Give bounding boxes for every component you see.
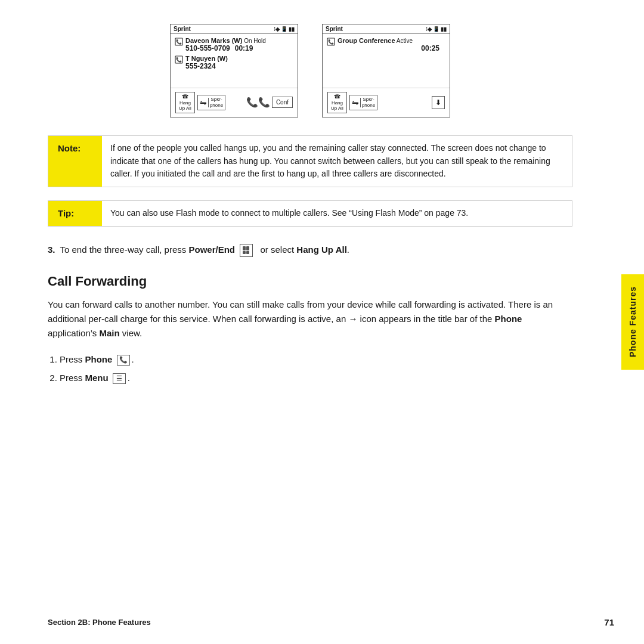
group-conf-name: Group Conference: [338, 37, 395, 44]
tip-label: Tip:: [48, 201, 102, 226]
call-forwarding-section: Call Forwarding You can forward calls to…: [48, 274, 572, 386]
phone-screens-area: Sprint ⁝◆ 📱 ▮▮ 📞 Daveon Marks (W) On Hol…: [48, 18, 572, 117]
phone-body-2: 📞 Group Conference Active 00:25: [323, 34, 450, 88]
note-box: Note: If one of the people you called ha…: [48, 135, 572, 187]
hang-up-all-label: Hang Up All: [296, 244, 346, 255]
footer: Section 2B: Phone Features 71: [48, 617, 614, 627]
call-line-3: 📞 Group Conference Active 00:25: [327, 37, 445, 52]
svg-rect-9: [246, 251, 249, 254]
menu-key-icon: ☰: [113, 373, 126, 384]
download-btn[interactable]: ⬇: [432, 96, 445, 109]
side-tab: Phone Features: [621, 274, 644, 370]
power-end-icon: [240, 244, 253, 257]
tip-text: You can also use Flash mode to connect t…: [102, 201, 476, 226]
cf-step-2: Press Menu ☰.: [60, 370, 572, 386]
hang-up-all-btn-2[interactable]: ☎ Hang Up All: [327, 92, 347, 113]
status-icons-1: ⁝◆ 📱 ▮▮: [274, 26, 295, 32]
call-line-1: 📞 Daveon Marks (W) On Hold 510-555-0709 …: [175, 37, 293, 52]
cf-step1-bold: Phone: [85, 354, 113, 364]
phone-icon-2: 📞: [175, 55, 183, 64]
step3-text: To end the three-way call, press Power/E…: [60, 243, 349, 257]
footer-section: Section 2B: Phone Features: [48, 618, 151, 627]
carrier-1: Sprint: [174, 26, 191, 32]
svg-text:📞: 📞: [328, 39, 334, 45]
download-btn-area: ⬇: [432, 96, 445, 109]
footer-page: 71: [604, 617, 614, 627]
power-end-label: Power/End: [188, 244, 235, 255]
note-text: If one of the people you called hangs up…: [102, 136, 572, 187]
call1-number: 510-555-0709: [185, 44, 230, 52]
phone-body-1: 📞 Daveon Marks (W) On Hold 510-555-0709 …: [171, 34, 298, 88]
hang-up-all-btn-1[interactable]: ☎ Hang Up All: [175, 92, 195, 113]
svg-text:📞: 📞: [176, 39, 182, 45]
call1-time: 00:19: [235, 44, 253, 52]
step-3: 3. To end the three-way call, press Powe…: [48, 243, 572, 257]
svg-rect-7: [246, 246, 249, 250]
note-label: Note:: [48, 136, 102, 187]
spkr-phone-btn-1[interactable]: ⇋ Spkr- phone: [197, 95, 225, 110]
call-forwarding-title: Call Forwarding: [48, 274, 572, 289]
phone-buttons-2: ☎ Hang Up All ⇋ Spkr- phone ⬇: [323, 88, 450, 117]
carrier-2: Sprint: [326, 26, 343, 32]
phone-icon-1: 📞: [175, 38, 183, 46]
cf-step2-bold: Menu: [85, 373, 109, 383]
phone-screen-2: Sprint ⁝◆ 📱 ▮▮ 📞 Group Conference Active: [322, 24, 450, 117]
svg-rect-8: [243, 251, 246, 254]
svg-rect-6: [243, 246, 246, 250]
call-line-2: 📞 T Nguyen (W) 555-2324: [175, 55, 293, 70]
svg-text:📞: 📞: [176, 57, 182, 63]
tip-box: Tip: You can also use Flash mode to conn…: [48, 200, 572, 227]
phone-screen-1: Sprint ⁝◆ 📱 ▮▮ 📞 Daveon Marks (W) On Hol…: [170, 24, 298, 117]
side-tab-text: Phone Features: [628, 286, 637, 357]
group-conf-time: 00:25: [421, 44, 439, 52]
conf-btn[interactable]: Conf: [272, 97, 293, 108]
group-conf-status: Active: [395, 38, 413, 44]
phone-icon-3: 📞: [327, 38, 335, 46]
phone-buttons-1: ☎ Hang Up All ⇋ Spkr- phone 📞📞 Conf: [171, 88, 298, 117]
call2-name: T Nguyen (W): [185, 55, 228, 62]
phone-header-1: Sprint ⁝◆ 📱 ▮▮: [171, 24, 298, 34]
call1-name: Daveon Marks (W): [185, 37, 242, 44]
conf-icon-1: 📞📞: [246, 97, 270, 108]
status-icons-2: ⁝◆ 📱 ▮▮: [426, 26, 447, 32]
step-number-3: 3.: [48, 243, 55, 257]
call-forwarding-steps: Press Phone 📞. Press Menu ☰.: [48, 351, 572, 386]
phone-header-2: Sprint ⁝◆ 📱 ▮▮: [323, 24, 450, 34]
call1-status: On Hold: [242, 38, 265, 44]
spkr-phone-btn-2[interactable]: ⇋ Spkr- phone: [349, 95, 377, 110]
cf-step-1: Press Phone 📞.: [60, 351, 572, 367]
phone-key-icon: 📞: [117, 355, 130, 366]
call2-number: 555-2324: [185, 62, 216, 70]
call-forwarding-body: You can forward calls to another number.…: [48, 298, 572, 340]
conf-area: 📞📞 Conf: [246, 97, 293, 108]
